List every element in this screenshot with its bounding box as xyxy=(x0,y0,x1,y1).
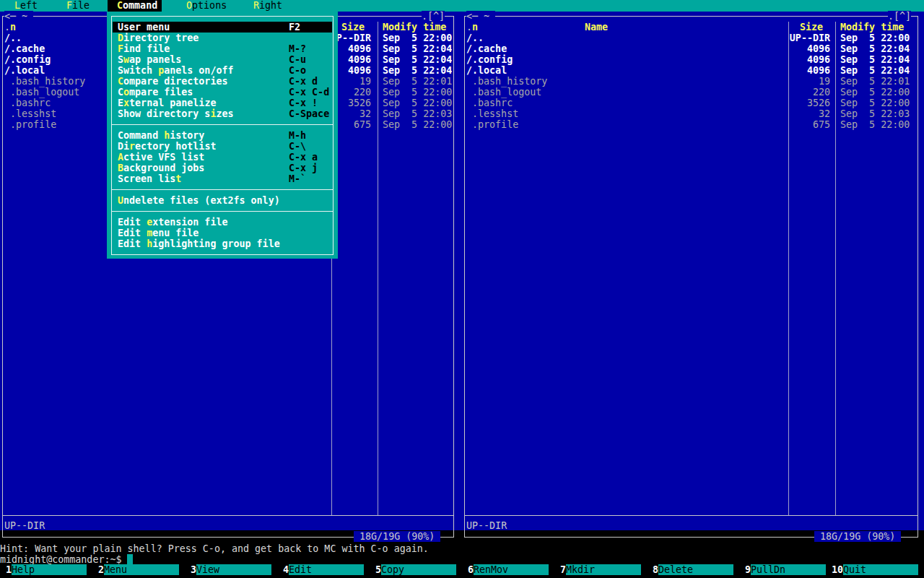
menu-item[interactable]: Edit menu file xyxy=(118,228,199,238)
menu-item[interactable]: Show directory sizes xyxy=(118,108,234,119)
file-name: /.config xyxy=(4,54,51,65)
file-size: 220 xyxy=(744,87,830,98)
function-key-number: 4 xyxy=(277,564,289,576)
menu-item[interactable]: User menu xyxy=(118,22,170,33)
menubar-item-command[interactable]: Command xyxy=(117,0,157,12)
menu-item[interactable]: Find file xyxy=(118,43,170,54)
menu-item-shortcut: M-? xyxy=(289,43,306,54)
file-size: 32 xyxy=(744,108,830,119)
column-separator xyxy=(378,22,378,515)
sort-indicator[interactable]: .n xyxy=(4,22,16,33)
column-header-mtime[interactable]: Modify time xyxy=(383,22,446,33)
file-mtime: Sep 5 22:04 xyxy=(840,43,910,54)
file-name: .bash_logout xyxy=(10,87,79,98)
hotkey-letter: C xyxy=(117,0,123,11)
menu-item[interactable]: External panelize xyxy=(118,98,216,108)
file-mtime: Sep 5 22:00 xyxy=(383,98,452,108)
function-key-label[interactable]: Copy xyxy=(381,564,456,575)
column-separator xyxy=(835,22,836,515)
file-name: /.. xyxy=(4,33,22,43)
hotkey-letter: x xyxy=(123,98,129,108)
shell-prompt[interactable]: midnight@commander:~$ xyxy=(0,554,122,565)
column-header-name[interactable]: Name xyxy=(585,22,608,33)
panel-up-button[interactable]: .[^] xyxy=(888,11,911,22)
function-key-label[interactable]: Quit xyxy=(843,564,918,575)
file-size: 4096 xyxy=(744,43,830,54)
menubar-item-file[interactable]: File xyxy=(66,0,90,12)
file-size: 3526 xyxy=(744,98,830,108)
menu-item[interactable]: Swap panels xyxy=(118,54,181,65)
hotkey-letter: w xyxy=(123,54,129,65)
function-key-number: 7 xyxy=(554,564,566,576)
file-mtime: Sep 5 22:04 xyxy=(383,65,452,76)
function-key-label[interactable]: Edit xyxy=(289,564,364,575)
menubar-item-left[interactable]: Left xyxy=(14,0,38,12)
menu-item[interactable]: Screen list xyxy=(118,173,181,184)
file-mtime: Sep 5 22:00 xyxy=(383,87,452,98)
function-key-number: 10 xyxy=(832,564,843,576)
menubar-item-right[interactable]: Right xyxy=(253,0,282,12)
file-name: /.local xyxy=(4,65,45,76)
menu-item[interactable]: Directory tree xyxy=(118,33,199,43)
hotkey-letter: m xyxy=(147,228,152,238)
file-mtime: Sep 5 22:00 xyxy=(840,33,910,43)
menu-item-shortcut: F2 xyxy=(289,22,300,33)
menu-item-shortcut: C-x j xyxy=(289,163,318,173)
file-name: .bash_history xyxy=(472,76,547,87)
menu-item[interactable]: Command history xyxy=(118,130,204,141)
hotkey-letter: D xyxy=(118,33,123,43)
file-name: .bashrc xyxy=(10,98,51,108)
function-key-label[interactable]: PullDn xyxy=(751,564,826,575)
panel-up-button[interactable]: .[^] xyxy=(422,11,445,22)
menu-item[interactable]: Edit highlighting group file xyxy=(118,238,280,249)
hotkey-letter: C xyxy=(118,76,123,87)
menu-item[interactable]: Edit extension file xyxy=(118,217,227,228)
function-key-label[interactable]: Delete xyxy=(658,564,733,575)
file-size: UP--DIR xyxy=(744,33,830,43)
function-key-number: 6 xyxy=(462,564,474,576)
hotkey-letter: i xyxy=(210,108,216,119)
menu-item-shortcut: M-` xyxy=(289,173,306,184)
panel-path: <─ ~ xyxy=(4,11,33,22)
file-mtime: Sep 5 22:03 xyxy=(383,108,452,119)
function-key-number: 1 xyxy=(0,564,12,576)
menu-item-shortcut: C-Space xyxy=(289,108,329,119)
menu-separator xyxy=(112,189,333,190)
file-mtime: Sep 5 22:04 xyxy=(383,43,452,54)
menu-item[interactable]: Active VFS list xyxy=(118,152,204,163)
column-header-mtime[interactable]: Modify time xyxy=(840,22,904,33)
column-header-size[interactable]: Size xyxy=(800,22,823,33)
menu-item[interactable]: Undelete files (ext2fs only) xyxy=(118,195,280,206)
menu-item-shortcut: C-x a xyxy=(289,152,318,163)
function-key-number: 8 xyxy=(647,564,658,576)
file-name: .lesshst xyxy=(10,108,56,119)
hotkey-letter: h xyxy=(147,238,152,249)
function-key-label[interactable]: Mkdir xyxy=(566,564,641,575)
file-size: 4096 xyxy=(744,65,830,76)
hotkey-letter: B xyxy=(118,163,123,173)
function-key-label[interactable]: RenMov xyxy=(474,564,549,575)
menu-item[interactable]: Compare files xyxy=(118,87,193,98)
ministatus-separator xyxy=(3,515,453,516)
hotkey-letter: o xyxy=(123,87,129,98)
menu-item[interactable]: Compare directories xyxy=(118,76,227,87)
panel-border-right xyxy=(453,16,454,538)
file-name: /.local xyxy=(466,65,507,76)
file-name: .lesshst xyxy=(472,108,518,119)
file-mtime: Sep 5 22:00 xyxy=(383,119,452,130)
menu-item[interactable]: Directory hotlist xyxy=(118,141,216,152)
text-cursor xyxy=(127,554,133,565)
column-header-size[interactable]: Size xyxy=(341,22,365,33)
hotkey-letter: O xyxy=(186,0,192,11)
file-mtime: Sep 5 22:04 xyxy=(840,54,910,65)
function-key-label[interactable]: Help xyxy=(12,564,87,575)
menubar-item-options[interactable]: Options xyxy=(186,0,227,12)
menu-item[interactable]: Switch panels on/off xyxy=(118,65,234,76)
function-key-label[interactable]: Menu xyxy=(104,564,179,575)
sort-indicator[interactable]: .n xyxy=(466,22,478,33)
function-key-label[interactable]: View xyxy=(196,564,271,575)
function-key-number: 5 xyxy=(370,564,381,576)
menu-item[interactable]: Background jobs xyxy=(118,163,204,173)
menu-item-shortcut: M-h xyxy=(289,130,306,141)
file-size: 675 xyxy=(744,119,830,130)
